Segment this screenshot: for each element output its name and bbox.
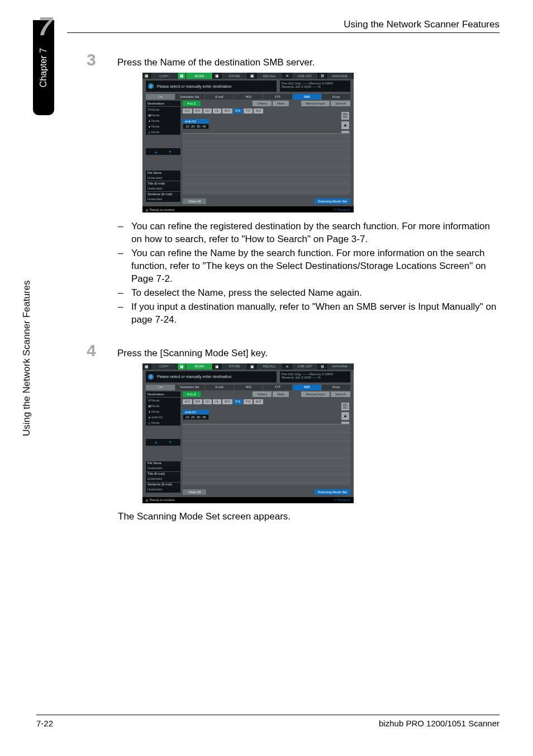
screenshot-smb-select: ▦ COPY ▦ SCAN ▣ STORE ▣ RECALL ≡ JOB LIS… [142,73,354,212]
toptab-store-icon[interactable]: ▣ [213,73,221,79]
toptab-machine[interactable]: MACHINE [327,73,354,79]
search-button[interactable]: Search [331,101,350,106]
alpha-gi[interactable]: G-I [203,108,212,114]
dest-down-icon[interactable]: ▼ [168,150,172,154]
toptab-copy[interactable]: COPY [151,363,178,370]
tab-destset[interactable]: Destination Set. [175,385,204,390]
toptab-copy[interactable]: COPY [151,73,178,79]
toptab-joblist[interactable]: JOB LIST [292,363,318,370]
page-indicator-icon[interactable]: 001 001 [341,403,349,410]
toptab-machine[interactable]: MACHINE [327,363,354,370]
tab-smb[interactable]: SMB [293,385,321,390]
page-indicator-icon[interactable]: 001 001 [341,112,349,120]
atoz-button[interactable]: A to Z [183,391,201,397]
tab-group[interactable]: Group [322,385,350,390]
toptab-copy-icon[interactable]: ▦ [142,363,151,370]
tab-list[interactable]: List [146,385,175,390]
alpha-gi[interactable]: G-I [203,399,212,404]
footer-product: bizhub PRO 1200/1051 Scanner [379,719,499,728]
alpha-jl[interactable]: J-L [213,108,221,114]
dest-up-icon[interactable]: ▲ [154,150,158,154]
alpha-mo[interactable]: M-O [222,399,232,404]
sentence-val: Undecided [146,488,180,493]
main-button[interactable]: Main [273,391,289,397]
smb-entry[interactable]: smb-01 10. 20. 30. 40 [183,410,209,420]
info-text: Please select or manually enter destinat… [157,375,231,379]
dest-down-icon[interactable]: ▼ [168,440,172,444]
clear-all-button[interactable]: Clear All [183,489,206,495]
dest-line: ▣None [146,112,180,118]
toptab-scan-icon[interactable]: ▦ [178,363,186,370]
toptab-scan[interactable]: SCAN [186,363,213,370]
alpha-jl[interactable]: J-L [213,399,221,404]
bullet: To deselect the Name, press the selected… [131,287,362,300]
toptab-store[interactable]: STORE [221,363,248,370]
tab-destset[interactable]: Destination Set. [175,94,204,100]
toptab-recall[interactable]: RECALL [256,73,283,79]
smb-entry[interactable]: smb-01 10. 20. 30. 40 [183,119,209,129]
scroll-up-icon[interactable]: ▲ [341,121,349,129]
step-3-number: 3 [87,50,117,69]
alpha-ps[interactable]: P-S [234,108,242,114]
step-4-text: Press the [Scanning Mode Set] key. [117,347,268,360]
alpha-df[interactable]: D-F [193,108,202,114]
manual-button[interactable]: Manual Input [301,101,330,106]
toptab-joblist-icon[interactable]: ≡ [283,73,292,79]
scanning-mode-set-button[interactable]: Scanning Mode Set [315,489,350,495]
tab-email[interactable]: E-mail [205,94,234,100]
toptab-joblist-icon[interactable]: ≡ [283,363,292,370]
manual-button[interactable]: Manual Input [301,391,330,397]
dest-up-icon[interactable]: ▲ [154,440,158,444]
header-rule [67,32,499,33]
entry-grid [183,133,350,195]
main-button[interactable]: Main [273,101,289,106]
alpha-ac[interactable]: A-C [183,399,192,404]
toptab-recall-icon[interactable]: ▣ [248,363,256,370]
toptab-copy-icon[interactable]: ▦ [142,73,151,79]
alpha-ac[interactable]: A-C [183,108,192,114]
toptab-store-icon[interactable]: ▣ [213,363,221,370]
info-right-l2: Reserve Job 0 HDD ---- % [282,376,349,379]
alpha-tv[interactable]: T-V [244,399,253,404]
atoz-button[interactable]: A to Z [183,101,201,106]
search-button[interactable]: Search [331,391,350,397]
tab-smb[interactable]: SMB [293,94,321,100]
toptab-joblist[interactable]: JOB LIST [292,73,318,79]
tab-hdd[interactable]: HDD [234,94,263,100]
tab-ftp[interactable]: FTP [263,94,292,100]
step-3-bullets: –You can refine the registered destinati… [118,220,499,327]
step-4-after: The Scanning Mode Set screen appears. [118,511,499,522]
tab-hdd[interactable]: HDD [234,385,263,390]
toptab-recall[interactable]: RECALL [256,363,283,370]
others-button[interactable]: Others [253,101,272,106]
status-left: ◭ Ready to receive [146,208,175,211]
sentence-val: Undecided [146,197,180,202]
tab-list[interactable]: List [146,94,175,100]
alpha-wz[interactable]: W-Z [254,108,263,114]
toptab-store[interactable]: STORE [221,73,248,79]
dest-line: ◬None [146,129,180,135]
status-right: ⟳ Rotation [334,498,350,502]
toptab-scan-icon[interactable]: ▦ [178,73,186,79]
smb-entry-label: smb-01 [183,119,209,124]
tab-ftp[interactable]: FTP [263,385,292,390]
info-right-l2: Reserve Job 0 HDD ---- % [282,85,349,88]
alpha-df[interactable]: D-F [193,399,202,404]
toptab-machine-icon[interactable]: ⚙ [318,363,327,370]
toptab-machine-icon[interactable]: ⚙ [318,73,327,79]
filename-hdr: File Name [146,461,180,466]
clear-all-button[interactable]: Clear All [183,199,206,204]
scanning-mode-set-button[interactable]: Scanning Mode Set [315,199,350,204]
scroll-up-icon[interactable]: ▲ [341,412,349,420]
dest-line: ✉None [146,107,180,112]
tab-email[interactable]: E-mail [205,385,234,390]
others-button[interactable]: Others [253,391,272,397]
toptab-scan[interactable]: SCAN [186,73,213,79]
step-4-number: 4 [87,341,117,360]
alpha-tv[interactable]: T-V [244,108,253,114]
alpha-wz[interactable]: W-Z [254,399,263,404]
tab-group[interactable]: Group [322,94,350,100]
alpha-mo[interactable]: M-O [222,108,232,114]
alpha-ps[interactable]: P-S [234,399,242,404]
toptab-recall-icon[interactable]: ▣ [248,73,256,79]
